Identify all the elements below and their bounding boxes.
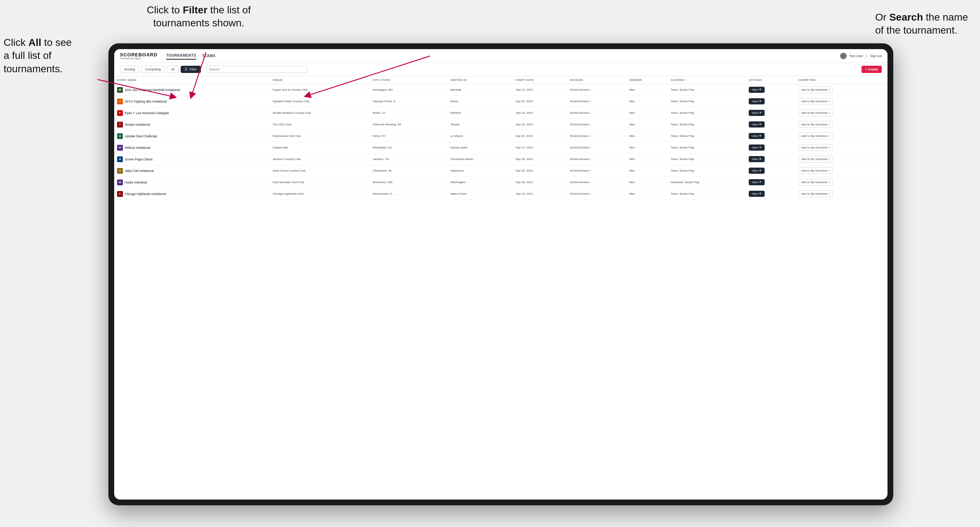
cell-actions: View 👁 <box>746 84 795 96</box>
cell-city-state: Manhattan, KS <box>370 142 448 154</box>
eye-icon: 👁 <box>759 100 762 103</box>
eye-icon: 👁 <box>759 181 762 184</box>
search-input[interactable] <box>206 66 307 73</box>
cell-actions: View 👁 <box>746 107 795 119</box>
cell-start-date: Sep 16, 2023 <box>513 107 567 119</box>
cell-gender: Men <box>627 130 668 142</box>
cell-scoring: Team, Stroke Play <box>668 154 746 165</box>
event-name-text: Temple Invitational <box>125 123 150 126</box>
eye-icon: 👁 <box>759 123 762 126</box>
cell-event-name: T Temple Invitational <box>114 119 270 130</box>
table-row: M 2023 Joe Feaganes Marshall Invitationa… <box>114 84 888 96</box>
team-logo: W <box>117 179 123 185</box>
cell-venue: The 1912 Club <box>270 119 370 130</box>
cell-event-name: C Chicago Highlands Invitational <box>114 188 270 200</box>
add-to-schedule-button[interactable]: Add to My Schedule + <box>798 133 833 140</box>
nav-teams[interactable]: TEAMS <box>202 52 216 59</box>
cell-division: NCAA Division I <box>567 84 626 96</box>
cell-competing: Add to My Schedule + <box>795 119 888 130</box>
view-button[interactable]: View 👁 <box>749 87 765 93</box>
cell-city-state: Huntington, WV <box>370 84 448 96</box>
eye-icon: 👁 <box>759 146 762 149</box>
create-button[interactable]: + Create <box>861 66 882 73</box>
nav-tournaments[interactable]: TOURNAMENTS <box>166 52 196 60</box>
view-button[interactable]: View 👁 <box>749 156 765 162</box>
cell-hosted-by: Wake Forest <box>447 188 513 200</box>
cell-scoring: Individual, Stroke Play <box>668 177 746 188</box>
add-to-schedule-button[interactable]: Add to My Schedule + <box>798 156 833 162</box>
cell-hosted-by: Fairfield <box>447 107 513 119</box>
cell-city-state: Westchester, IL <box>370 188 448 200</box>
team-logo: I <box>117 98 123 105</box>
cell-division: NCAA Division I <box>567 119 626 130</box>
cell-event-name: M 2023 Joe Feaganes Marshall Invitationa… <box>114 84 270 96</box>
table-row: I OFCC Fighting Illini Invitational Olym… <box>114 96 888 107</box>
cell-event-name: I OFCC Fighting Illini Invitational <box>114 96 270 107</box>
filter-icon: ☰ <box>185 68 188 71</box>
cell-hosted-by: Illinois <box>447 96 513 107</box>
add-to-schedule-button[interactable]: Add to My Schedule + <box>798 167 833 174</box>
logo-title: SCOREBOARD <box>120 52 158 57</box>
cell-start-date: Sep 15, 2023 <box>513 96 567 107</box>
add-to-schedule-button[interactable]: Add to My Schedule + <box>798 190 833 197</box>
cell-city-state: Olympia Fields, IL <box>370 96 448 107</box>
user-name: Test User <box>850 54 863 58</box>
add-to-schedule-button[interactable]: Add to My Schedule + <box>798 179 833 186</box>
cell-scoring: Team, Stroke Play <box>668 142 746 154</box>
team-logo: T <box>117 122 123 127</box>
cell-actions: View 👁 <box>746 130 795 142</box>
add-to-schedule-button[interactable]: Add to My Schedule + <box>798 86 833 93</box>
cell-event-name: W Husky Individual <box>114 177 270 188</box>
cell-hosted-by: Tennessee-Martin <box>447 154 513 165</box>
cell-city-state: Victor, NY <box>370 130 448 142</box>
col-venue: VENUE <box>270 76 370 84</box>
team-logo: M <box>117 87 123 93</box>
add-to-schedule-button[interactable]: Add to My Schedule + <box>798 121 833 128</box>
view-button[interactable]: View 👁 <box>749 133 765 139</box>
cell-scoring: Team, Stroke Play <box>668 96 746 107</box>
cell-actions: View 👁 <box>746 154 795 165</box>
sign-out-link[interactable]: Sign out <box>870 54 882 58</box>
cell-division: NCAA Division I <box>567 130 626 142</box>
cell-start-date: Sep 18, 2023 <box>513 188 567 200</box>
filter-bar: Hosting Competing All ☰ Filter + Create <box>114 63 888 76</box>
event-name-text: 2023 Joe Feaganes Marshall Invitational <box>125 88 180 92</box>
filter-label: Filter <box>190 68 197 71</box>
cell-gender: Men <box>627 96 668 107</box>
view-button[interactable]: View 👁 <box>749 144 765 151</box>
team-logo: U <box>117 133 123 139</box>
all-button[interactable]: All <box>167 66 178 73</box>
event-name-text: OFCC Fighting Illini Invitational <box>125 100 167 103</box>
cell-competing: Add to My Schedule + <box>795 130 888 142</box>
col-start-date: START DATE <box>513 76 567 84</box>
header-right: Test User | Sign out <box>840 53 882 59</box>
view-button[interactable]: View 👁 <box>749 179 765 185</box>
cell-start-date: Sep 18, 2023 <box>513 165 567 177</box>
view-button[interactable]: View 👁 <box>749 168 765 174</box>
add-to-schedule-button[interactable]: Add to My Schedule + <box>798 110 833 116</box>
cell-venue: Jackson Country Club <box>270 154 370 165</box>
annotation-right: Or Search the name of the tournament. <box>875 11 977 37</box>
cell-gender: Men <box>627 165 668 177</box>
competing-button[interactable]: Competing <box>141 66 165 73</box>
view-button[interactable]: View 👁 <box>749 110 765 116</box>
hosting-button[interactable]: Hosting <box>120 66 139 73</box>
view-button[interactable]: View 👁 <box>749 121 765 127</box>
event-name-text: Husky Individual <box>125 181 147 184</box>
col-hosted-by: HOSTED BY <box>447 76 513 84</box>
event-name-text: Wildcat Invitational <box>125 146 150 149</box>
cell-venue: Sand Creek Country Club <box>270 165 370 177</box>
eye-icon: 👁 <box>759 192 762 195</box>
cell-scoring: Team, Stroke Play <box>668 165 746 177</box>
filter-button[interactable]: ☰ Filter <box>181 66 201 73</box>
add-to-schedule-button[interactable]: Add to My Schedule + <box>798 98 833 105</box>
col-actions: ACTIONS <box>746 76 795 84</box>
table-row: V Valpo Fall Invitational Sand Creek Cou… <box>114 165 888 177</box>
view-button[interactable]: View 👁 <box>749 191 765 197</box>
tablet-frame: SCOREBOARD Powered by clippd TOURNAMENTS… <box>108 43 893 505</box>
cell-hosted-by: Kansas State <box>447 142 513 154</box>
add-to-schedule-button[interactable]: Add to My Schedule + <box>798 144 833 151</box>
cell-city-state: Plymouth Meeting, PA <box>370 119 448 130</box>
pipe: | <box>866 54 867 58</box>
view-button[interactable]: View 👁 <box>749 98 765 105</box>
